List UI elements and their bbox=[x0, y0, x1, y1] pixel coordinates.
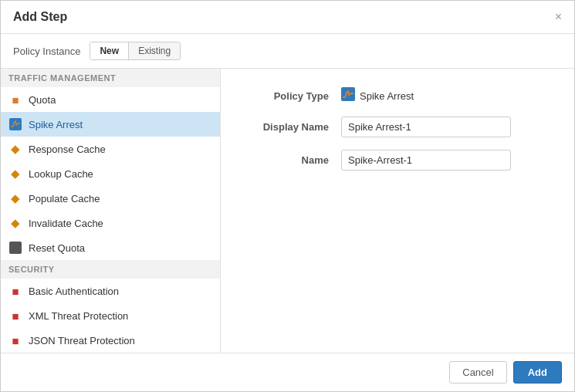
display-name-label: Display Name bbox=[244, 121, 329, 133]
name-label: Name bbox=[244, 154, 329, 166]
sidebar-item-basic-auth[interactable]: ■ Basic Authentication bbox=[1, 279, 220, 303]
response-cache-icon: ◆ bbox=[8, 142, 22, 156]
svg-rect-1 bbox=[9, 242, 22, 254]
sidebar-item-spike-arrest-label: Spike Arrest bbox=[29, 119, 83, 130]
tab-new[interactable]: New bbox=[90, 42, 129, 59]
sidebar-item-quota-label: Quota bbox=[29, 94, 56, 106]
tab-existing[interactable]: Existing bbox=[129, 42, 180, 59]
sidebar-item-populate-cache-label: Populate Cache bbox=[29, 193, 100, 204]
sidebar-item-quota[interactable]: ■ Quota bbox=[1, 87, 220, 112]
invalidate-cache-icon: ◆ bbox=[8, 216, 22, 230]
dialog-title: Add Step bbox=[13, 10, 67, 24]
basic-auth-icon: ■ bbox=[8, 284, 22, 298]
sidebar-item-response-cache[interactable]: ◆ Response Cache bbox=[1, 137, 220, 161]
policy-type-icon bbox=[341, 87, 355, 104]
svg-rect-0 bbox=[9, 118, 22, 130]
sidebar-item-json-threat-label: JSON Threat Protection bbox=[29, 335, 135, 346]
sidebar-item-reset-quota-label: Reset Quota bbox=[29, 242, 85, 254]
sidebar-item-lookup-cache[interactable]: ◆ Lookup Cache bbox=[1, 161, 220, 186]
sidebar-item-response-cache-label: Response Cache bbox=[29, 144, 106, 155]
dialog-header: Add Step × bbox=[1, 1, 574, 34]
quota-icon: ■ bbox=[8, 93, 22, 106]
sidebar-item-spike-arrest[interactable]: Spike Arrest bbox=[1, 112, 220, 137]
cancel-button[interactable]: Cancel bbox=[449, 361, 506, 384]
sidebar-item-xml-threat-label: XML Threat Protection bbox=[29, 310, 128, 322]
display-name-row: Display Name bbox=[244, 117, 551, 137]
display-name-input[interactable] bbox=[341, 117, 511, 137]
dialog-footer: Cancel Add bbox=[1, 353, 574, 391]
sidebar-item-invalidate-cache-label: Invalidate Cache bbox=[29, 218, 103, 229]
json-threat-icon: ■ bbox=[8, 333, 22, 347]
policy-instance-tabs: New Existing bbox=[90, 42, 181, 60]
policy-instance-label: Policy Instance bbox=[13, 46, 80, 57]
main-panel: Policy Type Spike Arrest Display Name bbox=[221, 69, 574, 353]
section-header-security: SECURITY bbox=[1, 260, 220, 279]
sidebar-item-populate-cache[interactable]: ◆ Populate Cache bbox=[1, 186, 220, 211]
policy-instance-bar: Policy Instance New Existing bbox=[1, 34, 574, 69]
name-row: Name bbox=[244, 150, 551, 171]
policy-type-row: Policy Type Spike Arrest bbox=[244, 87, 551, 104]
policy-type-display: Spike Arrest bbox=[341, 87, 414, 104]
close-button[interactable]: × bbox=[555, 10, 562, 24]
sidebar-item-invalidate-cache[interactable]: ◆ Invalidate Cache bbox=[1, 211, 220, 235]
policy-type-label: Policy Type bbox=[244, 90, 329, 102]
sidebar-item-json-threat[interactable]: ■ JSON Threat Protection bbox=[1, 328, 220, 353]
add-step-dialog: Add Step × Policy Instance New Existing … bbox=[0, 0, 575, 392]
sidebar-item-basic-auth-label: Basic Authentication bbox=[29, 286, 119, 297]
dialog-body: TRAFFIC MANAGEMENT ■ Quota Spike Arrest … bbox=[1, 69, 574, 353]
populate-cache-icon: ◆ bbox=[8, 191, 22, 205]
add-button[interactable]: Add bbox=[513, 361, 562, 384]
sidebar-item-lookup-cache-label: Lookup Cache bbox=[29, 168, 93, 180]
sidebar: TRAFFIC MANAGEMENT ■ Quota Spike Arrest … bbox=[1, 69, 221, 353]
sidebar-item-reset-quota[interactable]: Reset Quota bbox=[1, 235, 220, 260]
spike-arrest-icon bbox=[8, 117, 22, 131]
name-input[interactable] bbox=[341, 150, 511, 171]
policy-type-value: Spike Arrest bbox=[360, 90, 414, 102]
section-header-traffic: TRAFFIC MANAGEMENT bbox=[1, 69, 220, 87]
xml-threat-icon: ■ bbox=[8, 309, 22, 323]
lookup-cache-icon: ◆ bbox=[8, 167, 22, 181]
reset-quota-icon bbox=[8, 241, 22, 255]
sidebar-item-xml-threat[interactable]: ■ XML Threat Protection bbox=[1, 303, 220, 328]
